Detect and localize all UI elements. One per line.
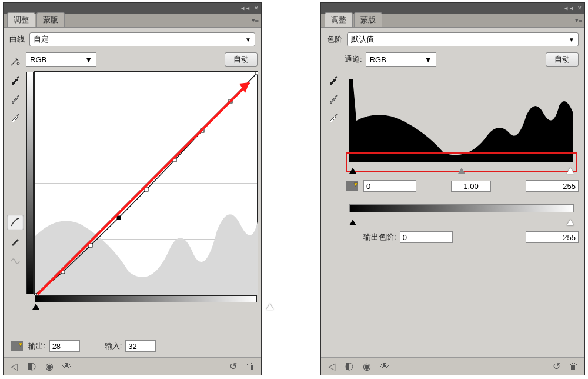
auto-button[interactable]: 自动 [225,52,258,67]
return-icon[interactable]: ◁ [326,361,338,373]
input-input[interactable] [125,340,156,352]
collapse-icon[interactable]: ◄◄ [240,5,250,11]
preset-value: 自定 [34,34,49,45]
eyedropper-white-icon[interactable] [7,110,24,125]
channel-value: RGB [30,55,46,64]
layer-visibility-icon[interactable]: ◉ [361,361,373,373]
channel-dropdown[interactable]: RGB ▼ [26,52,96,67]
output-black-input[interactable] [400,231,453,243]
panel-bottom-bar: ◁ ◉ 👁 ↺ 🗑 [321,357,584,375]
curve-smooth-button[interactable] [7,252,24,268]
close-icon[interactable]: ✕ [254,5,259,11]
clip-icon[interactable] [343,361,355,373]
svg-rect-2 [35,294,36,295]
layer-visibility-icon[interactable]: ◉ [44,361,55,373]
black-point-slider[interactable] [32,304,39,310]
eyedropper-black-icon[interactable] [325,72,342,88]
shadow-slider[interactable] [349,168,356,174]
return-icon[interactable]: ◁ [8,361,20,373]
tab-masks[interactable]: 蒙版 [354,12,382,27]
output-black-slider[interactable] [349,220,356,225]
midtone-value: 1.00 [451,181,490,192]
levels-tool-column [325,52,342,243]
panel-tabs: 调整 蒙版 ▾≡ [4,14,261,28]
input-label: 输入: [105,341,122,351]
output-levels-label: 输出色阶: [363,232,396,242]
svg-rect-16 [28,363,32,370]
svg-rect-10 [255,72,258,75]
chevron-down-icon: ▼ [245,36,251,43]
panel-menu-icon[interactable]: ▾≡ [575,16,582,24]
eyedropper-gray-icon[interactable] [325,91,342,107]
chevron-down-icon: ▼ [85,55,92,64]
channel-label: 通道: [345,54,362,65]
panel-menu-icon[interactable]: ▾≡ [252,16,259,24]
svg-rect-13 [11,341,23,351]
eyedropper-black-icon[interactable] [7,72,24,88]
auto-button[interactable]: 自动 [546,52,579,67]
close-icon[interactable]: ✕ [577,5,582,11]
panel-title-label: 色阶 [327,34,342,45]
highlight-slider[interactable] [567,168,574,174]
eyedropper-white-icon[interactable] [325,110,342,125]
white-point-slider[interactable] [266,304,273,310]
trash-icon[interactable]: 🗑 [568,361,580,373]
trash-icon[interactable]: 🗑 [245,361,256,373]
histogram-shape [35,72,258,295]
chevron-down-icon: ▼ [425,55,432,64]
output-label: 输出: [28,341,46,351]
preset-dropdown[interactable]: 自定 ▼ [29,32,255,46]
output-input[interactable] [49,340,80,352]
tab-adjust[interactable]: 调整 [7,12,35,27]
chevron-down-icon: ▼ [569,36,574,43]
reset-icon[interactable]: ↺ [550,361,562,373]
preset-value: 默认值 [351,34,374,45]
svg-rect-5 [117,216,121,220]
output-slider-track[interactable] [349,217,574,225]
svg-point-0 [17,62,19,65]
preset-row: 曲线 自定 ▼ [4,28,261,49]
input-gradient [35,295,257,302]
histogram-warning-icon[interactable] [9,340,25,353]
reset-icon[interactable]: ↺ [227,361,239,373]
output-white-input[interactable] [526,231,579,243]
collapse-icon[interactable]: ◄◄ [563,5,574,11]
curve-mode-smooth[interactable] [7,215,24,230]
input-slider-track[interactable] [349,165,574,174]
levels-panel: ◄◄ ✕ 调整 蒙版 ▾≡ 色阶 默认值 ▼ 通道: [320,2,585,375]
panel-tabs: 调整 蒙版 ▾≡ [321,14,584,28]
output-gradient [26,72,34,294]
svg-rect-20 [346,363,349,370]
highlight-input[interactable] [526,180,579,192]
view-previous-icon[interactable]: 👁 [61,361,73,373]
curves-panel: ◄◄ ✕ 调整 蒙版 ▾≡ 曲线 自定 ▼ [3,2,262,375]
tab-adjust[interactable]: 调整 [325,12,353,27]
clip-icon[interactable] [26,361,38,373]
histogram-warning-icon[interactable] [345,179,360,192]
tab-masks[interactable]: 蒙版 [36,12,65,27]
target-adjust-tool[interactable] [7,54,24,69]
levels-histogram [349,74,574,162]
curves-tool-column [7,52,24,335]
preset-row: 色阶 默认值 ▼ [321,28,584,49]
panel-title-label: 曲线 [9,34,25,45]
preset-dropdown[interactable]: 默认值 ▼ [347,32,579,46]
shadow-input[interactable] [363,180,416,192]
channel-dropdown[interactable]: RGB ▼ [366,52,436,67]
svg-rect-17 [346,181,358,191]
curves-io-row: 输出: 输入: [4,335,261,357]
channel-value: RGB [370,55,386,64]
view-previous-icon[interactable]: 👁 [379,361,390,373]
output-gradient-bar [349,204,574,212]
panel-bottom-bar: ◁ ◉ 👁 ↺ 🗑 [4,357,261,375]
output-white-slider[interactable] [567,220,574,225]
eyedropper-gray-icon[interactable] [7,91,24,107]
midtone-slider[interactable] [458,168,465,174]
curves-graph[interactable] [34,71,258,295]
curve-mode-pencil[interactable] [7,234,24,249]
